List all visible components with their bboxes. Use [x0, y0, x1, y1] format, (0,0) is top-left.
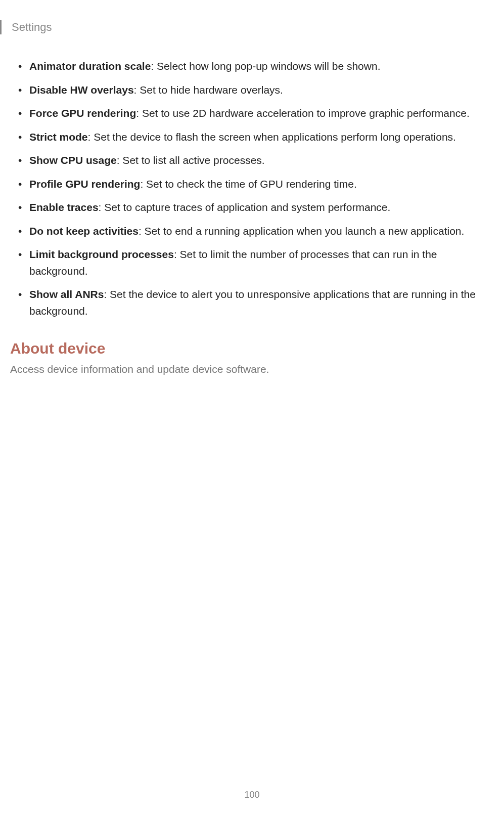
list-item: Show all ANRs: Set the device to alert y… [29, 286, 489, 319]
list-item: Do not keep activities: Set to end a run… [29, 223, 489, 240]
section-heading-about-device: About device [10, 340, 489, 357]
list-item-desc: : Set to hide hardware overlays. [134, 84, 283, 96]
list-item: Limit background processes: Set to limit… [29, 246, 489, 279]
list-item-term: Do not keep activities [29, 225, 139, 237]
list-item-term: Animator duration scale [29, 60, 151, 72]
page-header-title: Settings [12, 21, 52, 34]
list-item-term: Profile GPU rendering [29, 178, 140, 190]
list-item-term: Force GPU rendering [29, 107, 136, 119]
section-body-about-device: Access device information and update dev… [10, 363, 489, 375]
list-item: Profile GPU rendering: Set to check the … [29, 176, 489, 193]
list-item-term: Enable traces [29, 201, 99, 213]
page-number: 100 [0, 790, 504, 800]
list-item-desc: : Set to use 2D hardware acceleration to… [136, 107, 470, 119]
list-item-desc: : Set to capture traces of application a… [99, 201, 391, 213]
list-item-desc: : Set to end a running application when … [139, 225, 464, 237]
list-item-term: Show CPU usage [29, 154, 117, 166]
list-item: Enable traces: Set to capture traces of … [29, 199, 489, 216]
list-item-term: Limit background processes [29, 248, 174, 260]
list-item-term: Show all ANRs [29, 288, 104, 300]
list-item: Show CPU usage: Set to list all active p… [29, 152, 489, 169]
list-item-desc: : Select how long pop-up windows will be… [151, 60, 380, 72]
page-header: Settings [0, 20, 52, 34]
list-item: Strict mode: Set the device to flash the… [29, 129, 489, 146]
page-content: Animator duration scale: Select how long… [15, 58, 489, 375]
list-item-term: Strict mode [29, 131, 88, 143]
list-item-desc: : Set to list all active processes. [117, 154, 265, 166]
list-item-term: Disable HW overlays [29, 84, 134, 96]
list-item: Animator duration scale: Select how long… [29, 58, 489, 75]
list-item-desc: : Set the device to flash the screen whe… [88, 131, 456, 143]
settings-list: Animator duration scale: Select how long… [15, 58, 489, 320]
list-item: Disable HW overlays: Set to hide hardwar… [29, 82, 489, 99]
list-item: Force GPU rendering: Set to use 2D hardw… [29, 105, 489, 122]
list-item-desc: : Set to check the time of GPU rendering… [140, 178, 356, 190]
